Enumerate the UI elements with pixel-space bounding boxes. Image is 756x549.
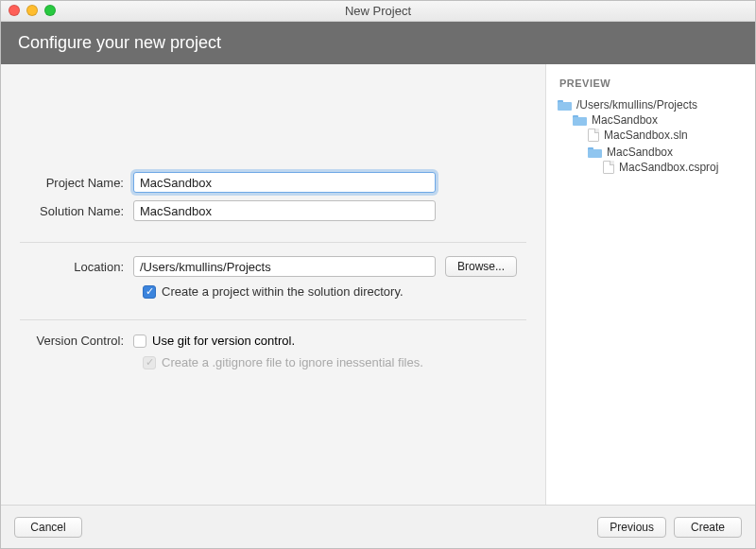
preview-tree: /Users/kmullins/Projects MacSandbox [556,96,746,181]
minimize-icon[interactable] [26,5,38,16]
project-name-input[interactable] [133,172,436,193]
tree-project-file-label: MacSandbox.csproj [619,161,718,174]
location-row: Location: Browse... [20,256,526,277]
folder-icon [573,114,587,126]
solution-name-label: Solution Name: [20,204,133,218]
divider [20,242,526,243]
folder-icon [588,146,602,158]
new-project-window: New Project Configure your new project P… [0,0,756,549]
divider [20,319,526,320]
location-input[interactable] [133,256,436,277]
file-icon [588,129,599,142]
solution-name-row: Solution Name: [20,200,526,221]
previous-button[interactable]: Previous [597,517,666,538]
preview-panel: PREVIEW /Users/kmullins/Projects Mac [545,64,755,505]
project-name-row: Project Name: [20,172,526,193]
form-panel: Project Name: Solution Name: Location: B… [1,64,545,505]
solution-name-input[interactable] [133,200,436,221]
project-name-label: Project Name: [20,176,133,190]
tree-solution-folder-label: MacSandbox [592,113,658,127]
create-within-row: ✓ Create a project within the solution d… [20,284,526,299]
zoom-icon[interactable] [44,5,56,16]
page-header: Configure your new project [1,22,755,64]
browse-button[interactable]: Browse... [445,256,517,277]
tree-project-folder: MacSandbox [588,146,746,159]
page-title: Configure your new project [18,33,221,52]
create-within-label: Create a project within the solution dir… [162,284,404,299]
tree-solution-folder: MacSandbox [573,113,746,127]
window-title: New Project [1,4,755,18]
folder-icon [558,99,572,111]
tree-project-file: MacSandbox.csproj [603,161,746,174]
use-git-checkbox[interactable] [133,335,146,348]
location-label: Location: [20,260,133,274]
dialog-body: Project Name: Solution Name: Location: B… [1,64,755,505]
tree-project-folder-label: MacSandbox [607,146,673,159]
version-control-row: Version Control: Use git for version con… [20,334,526,348]
footer: Cancel Previous Create [1,505,755,548]
close-icon[interactable] [9,5,20,16]
preview-title: PREVIEW [556,77,746,89]
version-control-label: Version Control: [20,334,133,348]
tree-solution-file-label: MacSandbox.sln [604,129,688,142]
window-controls [9,5,56,16]
tree-root: /Users/kmullins/Projects [558,98,746,112]
titlebar: New Project [1,1,755,22]
tree-root-label: /Users/kmullins/Projects [576,98,697,112]
gitignore-row: ✓ Create a .gitignore file to ignore ine… [20,355,526,369]
create-within-checkbox[interactable]: ✓ [143,285,156,299]
gitignore-checkbox: ✓ [143,356,156,369]
create-button[interactable]: Create [674,517,742,538]
cancel-button[interactable]: Cancel [14,517,82,538]
use-git-label: Use git for version control. [152,334,295,348]
tree-solution-file: MacSandbox.sln [588,129,746,142]
gitignore-label: Create a .gitignore file to ignore iness… [162,355,423,369]
file-icon [603,161,614,174]
